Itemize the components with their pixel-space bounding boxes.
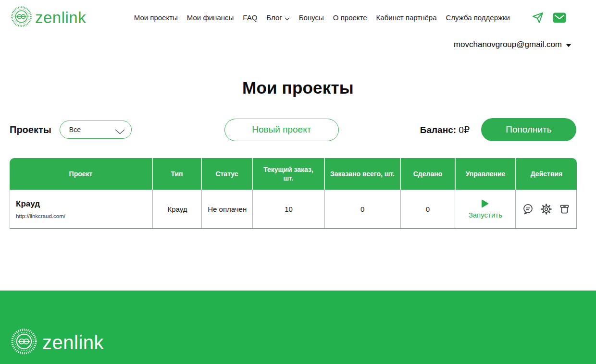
nav-my-projects[interactable]: Мои проекты [134, 13, 178, 22]
project-url: http://linkcraud.com/ [16, 213, 65, 219]
cell-current-order: 10 [253, 190, 325, 228]
col-header-ordered-total: Заказано всего, шт. [325, 158, 401, 190]
cell-actions [516, 190, 576, 228]
account-bar: movchanovgroup@gmail.com [0, 40, 596, 49]
col-header-project: Проект [10, 158, 153, 190]
cell-ordered-total: 0 [325, 190, 401, 228]
col-header-current-order: Текущий заказ, шт. [253, 158, 325, 190]
new-project-button[interactable]: Новый проект [224, 119, 339, 141]
telegram-icon[interactable] [532, 12, 544, 24]
projects-label: Проекты [10, 124, 51, 135]
zenlink-logo-icon [11, 328, 37, 357]
nav-faq[interactable]: FAQ [243, 13, 257, 22]
table-header-row: Проект Тип Статус Текущий заказ, шт. Зак… [10, 158, 577, 190]
page-title: Мои проекты [0, 78, 596, 97]
cell-status: Не оплачен [202, 190, 253, 228]
controls-bar: Проекты Все Новый проект Баланс: 0₽ Попо… [0, 118, 596, 141]
brand-name: zenlink [35, 9, 86, 27]
cell-project[interactable]: Крауд http://linkcraud.com/ [10, 190, 153, 228]
run-project-button[interactable]: Запустить [455, 190, 516, 228]
footer-brand-name: zenlink [42, 332, 104, 353]
email-icon[interactable] [553, 12, 566, 23]
project-filter-select[interactable]: Все [60, 121, 132, 139]
balance: Баланс: 0₽ [420, 124, 470, 135]
topup-button[interactable]: Пополнить [481, 118, 576, 141]
account-email: movchanovgroup@gmail.com [454, 40, 562, 49]
gear-icon[interactable] [540, 203, 552, 215]
comment-icon[interactable] [522, 203, 534, 215]
account-menu[interactable]: movchanovgroup@gmail.com [454, 40, 571, 49]
balance-value: 0₽ [459, 125, 470, 135]
cell-done: 0 [401, 190, 456, 228]
col-header-type: Тип [153, 158, 202, 190]
nav-partner-cabinet[interactable]: Кабинет партнёра [376, 13, 437, 22]
nav-my-finances[interactable]: Мои финансы [187, 13, 234, 22]
nav-blog[interactable]: Блог [266, 13, 289, 22]
cell-type: Крауд [153, 190, 202, 228]
projects-table: Проект Тип Статус Текущий заказ, шт. Зак… [10, 158, 577, 229]
nav-support[interactable]: Служба поддержки [446, 13, 510, 22]
trash-icon[interactable] [559, 203, 571, 215]
footer-brand-logo[interactable]: zenlink [11, 328, 104, 357]
balance-label: Баланс: [420, 125, 456, 135]
project-filter-value: Все [69, 126, 81, 133]
chevron-down-icon [285, 14, 290, 22]
play-icon [482, 199, 489, 208]
project-name: Крауд [16, 199, 40, 209]
caret-down-icon [566, 44, 571, 47]
brand-logo[interactable]: zenlink [11, 6, 86, 29]
main-nav: Мои проекты Мои финансы FAQ Блог Бонусы … [134, 12, 566, 24]
chevron-down-icon [115, 128, 125, 136]
header: zenlink Мои проекты Мои финансы FAQ Блог… [0, 0, 596, 29]
col-header-actions: Действия [516, 158, 577, 190]
col-header-manage: Управление [456, 158, 516, 190]
zenlink-logo-icon [11, 6, 32, 29]
nav-about[interactable]: О проекте [333, 13, 367, 22]
col-header-status: Статус [202, 158, 253, 190]
table-row: Крауд http://linkcraud.com/ Крауд Не опл… [10, 190, 576, 228]
nav-bonuses[interactable]: Бонусы [299, 13, 324, 22]
footer: zenlink [0, 291, 596, 364]
col-header-done: Сделано [401, 158, 456, 190]
run-label: Запустить [469, 211, 502, 219]
